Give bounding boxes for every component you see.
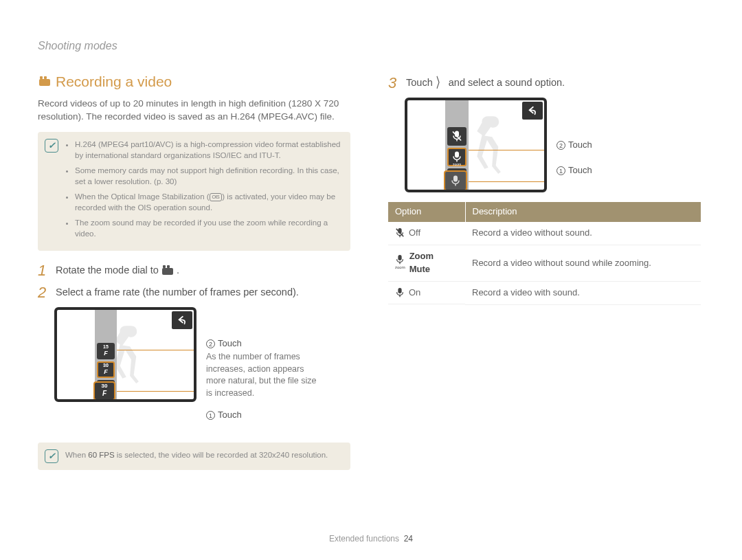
circled-1-icon: 1 — [206, 411, 215, 420]
camera-screen: zoom — [405, 98, 547, 192]
fps-option-30[interactable]: 30F — [97, 361, 115, 378]
right-column: 3 Touch 〉 and select a sound option. zoo… — [388, 71, 701, 482]
current-fps-highlight[interactable]: 30F — [93, 381, 115, 401]
step-3: 3 Touch 〉 and select a sound option. — [388, 76, 701, 91]
note-icon: ✓ — [45, 139, 58, 153]
section-label: Shooting modes — [38, 38, 704, 54]
camera-screen: 15F 30F 60F 30F — [54, 307, 196, 402]
skater-silhouette — [111, 321, 152, 390]
note-icon: ✓ — [45, 449, 58, 463]
note-bullet: When the Optical Image Stabilization (OI… — [75, 191, 342, 213]
table-header-description: Description — [465, 202, 701, 222]
mic-on-icon — [395, 288, 405, 298]
callout-desc: As the number of frames increases, actio… — [206, 351, 323, 399]
fps-note-box: ✓ When 60 FPS is selected, the video wil… — [38, 443, 350, 470]
current-sound-highlight[interactable] — [444, 170, 467, 191]
fps-option-15[interactable]: 15F — [97, 343, 115, 359]
movie-icon — [38, 76, 52, 87]
table-row: zoomZoomMute Record a video without soun… — [388, 245, 701, 282]
mic-off-icon — [395, 228, 405, 238]
callouts: 2Touch 1Touch — [556, 98, 592, 188]
circled-2-icon: 2 — [556, 141, 565, 150]
sound-option-zoom-mute[interactable]: zoom — [447, 148, 466, 166]
step-number: 2 — [38, 285, 50, 300]
sound-option-off[interactable] — [447, 127, 466, 146]
sound-option-figure: zoom 2Touch 1Touch — [405, 98, 701, 192]
ois-icon: OIS — [210, 193, 223, 201]
frame-rate-figure: 15F 30F 60F 30F 2Touch As the number of … — [54, 307, 350, 434]
page-heading: Recording a video — [38, 71, 350, 92]
skater-silhouette — [473, 111, 514, 180]
note-bullet: The zoom sound may be recorded if you us… — [75, 217, 342, 239]
note-bullet: H.264 (MPEG4 part10/AVC) is a high-compr… — [75, 139, 342, 161]
callouts: 2Touch As the number of frames increases… — [206, 307, 323, 434]
touch-label: Touch — [568, 139, 592, 150]
back-button[interactable] — [172, 311, 192, 329]
movie-mode-icon — [161, 267, 174, 275]
heading-text: Recording a video — [56, 71, 172, 92]
table-row: Off Record a video without sound. — [388, 222, 701, 245]
mic-zoom-icon — [395, 255, 405, 265]
step-2: 2 Select a frame rate (the number of fra… — [38, 285, 350, 300]
step-number: 3 — [388, 76, 401, 91]
touch-label: Touch — [218, 410, 242, 420]
info-note-box: ✓ H.264 (MPEG4 part10/AVC) is a high-com… — [38, 132, 350, 251]
circled-1-icon: 1 — [556, 166, 565, 175]
table-row: On Record a video with sound. — [388, 282, 701, 305]
touch-label: Touch — [218, 338, 242, 348]
intro-text: Record videos of up to 20 minutes in len… — [38, 97, 350, 124]
step-number: 1 — [38, 263, 50, 278]
touch-label: Touch — [568, 165, 592, 175]
sound-options-table: Option Description Off Record a video wi… — [388, 202, 701, 305]
step-1: 1 Rotate the mode dial to . — [38, 263, 350, 278]
page-footer: Extended functions 24 — [0, 533, 742, 545]
back-button[interactable] — [522, 102, 543, 120]
table-header-option: Option — [388, 202, 465, 222]
left-column: Recording a video Record videos of up to… — [38, 71, 350, 482]
circled-2-icon: 2 — [206, 339, 215, 348]
chevron-right-icon: 〉 — [436, 73, 446, 93]
note-bullet: Some memory cards may not support high d… — [75, 165, 342, 187]
